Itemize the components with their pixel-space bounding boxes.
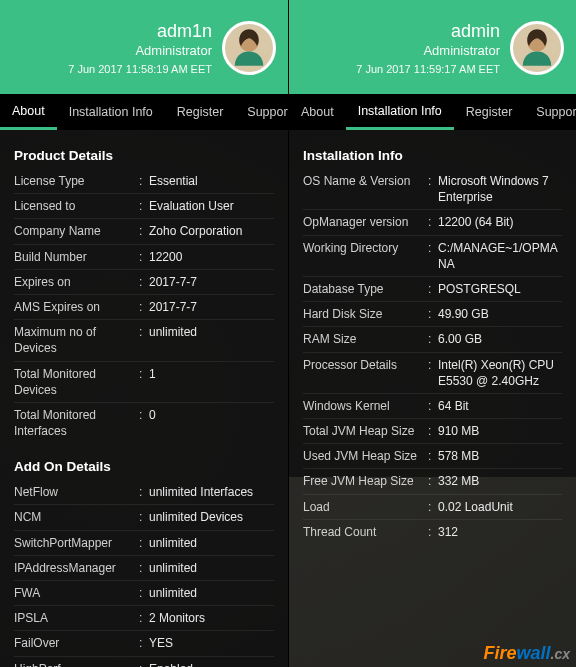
- tab-installation-info[interactable]: Installation Info: [346, 94, 454, 130]
- tab-register[interactable]: Register: [165, 94, 236, 130]
- colon: :: [139, 610, 149, 626]
- info-value: POSTGRESQL: [438, 281, 562, 297]
- info-value: 312: [438, 524, 562, 540]
- info-value: Enabled: [149, 661, 274, 667]
- info-value: 12200: [149, 249, 274, 265]
- avatar[interactable]: [222, 21, 276, 75]
- installation-info-list: OS Name & Version:Microsoft Windows 7 En…: [303, 169, 562, 544]
- colon: :: [428, 306, 438, 322]
- info-label: Database Type: [303, 281, 428, 297]
- colon: :: [139, 324, 149, 356]
- colon: :: [139, 366, 149, 398]
- colon: :: [139, 198, 149, 214]
- info-row: OpManager version:12200 (64 Bit): [303, 209, 562, 234]
- info-row: Database Type:POSTGRESQL: [303, 276, 562, 301]
- info-row: Company Name:Zoho Corporation: [14, 218, 274, 243]
- info-value: 2017-7-7: [149, 299, 274, 315]
- info-label: AMS Expires on: [14, 299, 139, 315]
- colon: :: [428, 499, 438, 515]
- info-row: Used JVM Heap Size:578 MB: [303, 443, 562, 468]
- info-value: 578 MB: [438, 448, 562, 464]
- info-label: IPSLA: [14, 610, 139, 626]
- info-label: Total Monitored Devices: [14, 366, 139, 398]
- info-label: Total Monitored Interfaces: [14, 407, 139, 439]
- tab-installation-info[interactable]: Installation Info: [57, 94, 165, 130]
- section-title-install: Installation Info: [303, 148, 562, 163]
- info-value: 0: [149, 407, 274, 439]
- colon: :: [428, 281, 438, 297]
- tab-bar: About Installation Info Register Support: [289, 94, 576, 130]
- info-label: Load: [303, 499, 428, 515]
- info-value: 12200 (64 Bit): [438, 214, 562, 230]
- header-role: Administrator: [356, 43, 500, 60]
- colon: :: [428, 357, 438, 389]
- colon: :: [428, 240, 438, 272]
- colon: :: [428, 214, 438, 230]
- section-title-product: Product Details: [14, 148, 274, 163]
- info-row: Load:0.02 LoadUnit: [303, 494, 562, 519]
- product-details-list: License Type:EssentialLicensed to:Evalua…: [14, 169, 274, 443]
- info-label: Free JVM Heap Size: [303, 473, 428, 489]
- info-value: 2 Monitors: [149, 610, 274, 626]
- info-row: AMS Expires on:2017-7-7: [14, 294, 274, 319]
- info-value: Zoho Corporation: [149, 223, 274, 239]
- header-text: admin Administrator 7 Jun 2017 11:59:17 …: [356, 20, 500, 77]
- left-panel: adm1n Administrator 7 Jun 2017 11:58:19 …: [0, 0, 288, 667]
- colon: :: [139, 509, 149, 525]
- info-value: Essential: [149, 173, 274, 189]
- colon: :: [139, 585, 149, 601]
- info-row: NCM:unlimited Devices: [14, 504, 274, 529]
- tab-register[interactable]: Register: [454, 94, 525, 130]
- info-row: Free JVM Heap Size:332 MB: [303, 468, 562, 493]
- info-row: Total Monitored Interfaces:0: [14, 402, 274, 443]
- info-row: Expires on:2017-7-7: [14, 269, 274, 294]
- info-label: Windows Kernel: [303, 398, 428, 414]
- info-label: HighPerf: [14, 661, 139, 667]
- colon: :: [139, 535, 149, 551]
- info-row: Maximum no of Devices:unlimited: [14, 319, 274, 360]
- info-row: FailOver:YES: [14, 630, 274, 655]
- info-row: Build Number:12200: [14, 244, 274, 269]
- info-row: NetFlow:unlimited Interfaces: [14, 480, 274, 504]
- content-about: Product Details License Type:EssentialLi…: [0, 130, 288, 667]
- info-label: Working Directory: [303, 240, 428, 272]
- info-label: License Type: [14, 173, 139, 189]
- right-panel: admin Administrator 7 Jun 2017 11:59:17 …: [288, 0, 576, 667]
- info-value: C:/MANAGE~1/OPMANA: [438, 240, 562, 272]
- info-value: 910 MB: [438, 423, 562, 439]
- colon: :: [139, 299, 149, 315]
- header-username: adm1n: [68, 20, 212, 43]
- info-label: FailOver: [14, 635, 139, 651]
- info-row: Licensed to:Evaluation User: [14, 193, 274, 218]
- header: adm1n Administrator 7 Jun 2017 11:58:19 …: [0, 0, 288, 94]
- colon: :: [139, 560, 149, 576]
- content-installation: Installation Info OS Name & Version:Micr…: [289, 130, 576, 667]
- info-row: Total JVM Heap Size:910 MB: [303, 418, 562, 443]
- tab-about[interactable]: About: [0, 94, 57, 130]
- colon: :: [139, 407, 149, 439]
- info-value: unlimited: [149, 535, 274, 551]
- avatar[interactable]: [510, 21, 564, 75]
- addon-details-list: NetFlow:unlimited InterfacesNCM:unlimite…: [14, 480, 274, 667]
- info-value: 1: [149, 366, 274, 398]
- tab-about[interactable]: About: [289, 94, 346, 130]
- info-label: IPAddressManager: [14, 560, 139, 576]
- info-label: Thread Count: [303, 524, 428, 540]
- info-row: Windows Kernel:64 Bit: [303, 393, 562, 418]
- info-row: IPSLA:2 Monitors: [14, 605, 274, 630]
- info-row: OS Name & Version:Microsoft Windows 7 En…: [303, 169, 562, 209]
- colon: :: [428, 473, 438, 489]
- colon: :: [139, 635, 149, 651]
- info-label: Processor Details: [303, 357, 428, 389]
- info-value: YES: [149, 635, 274, 651]
- info-row: License Type:Essential: [14, 169, 274, 193]
- info-value: 64 Bit: [438, 398, 562, 414]
- info-value: Microsoft Windows 7 Enterprise: [438, 173, 562, 205]
- info-row: Working Directory:C:/MANAGE~1/OPMANA: [303, 235, 562, 276]
- info-label: SwitchPortMapper: [14, 535, 139, 551]
- info-label: Licensed to: [14, 198, 139, 214]
- colon: :: [428, 423, 438, 439]
- info-row: IPAddressManager:unlimited: [14, 555, 274, 580]
- tab-support[interactable]: Support: [524, 94, 576, 130]
- info-row: RAM Size:6.00 GB: [303, 326, 562, 351]
